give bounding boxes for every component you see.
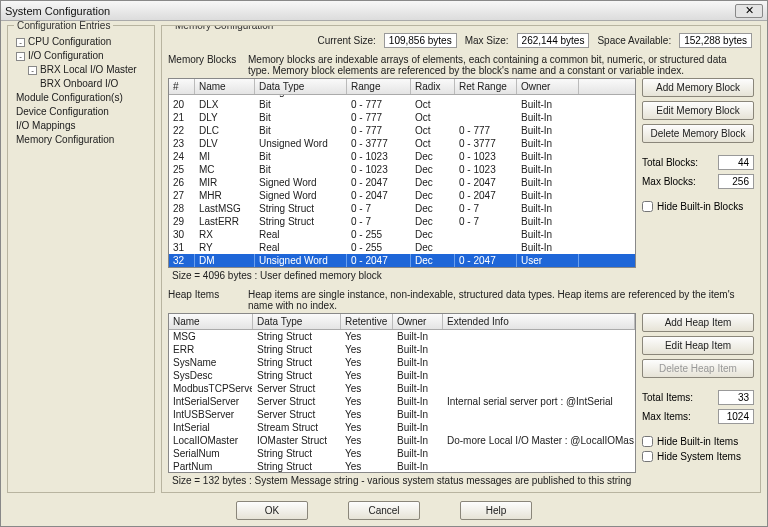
memory-block-row[interactable]: 22DLCBit0 - 777Oct0 - 777Built-In xyxy=(169,124,635,137)
tree-expander-icon[interactable]: - xyxy=(28,66,37,75)
memory-block-cell: Bit xyxy=(255,150,347,163)
tree-expander-icon[interactable]: - xyxy=(16,52,25,61)
memory-block-cell: DLV xyxy=(195,137,255,150)
memory-block-row[interactable]: 21DLYBit0 - 777OctBuilt-In xyxy=(169,111,635,124)
edit-heap-item-button[interactable]: Edit Heap Item xyxy=(642,336,754,355)
heap-item-cell: Built-In xyxy=(393,434,443,447)
heap-item-cell: IntSerialServer xyxy=(169,395,253,408)
tree-item[interactable]: BRX Onboard I/O xyxy=(10,77,152,91)
memory-block-row[interactable]: 27MHRSigned Word0 - 2047Dec0 - 2047Built… xyxy=(169,189,635,202)
heap-item-cell: Built-In xyxy=(393,460,443,472)
memory-block-cell: 0 - 7 xyxy=(455,215,517,228)
tree-expander-icon[interactable]: - xyxy=(16,38,25,47)
memory-block-cell: 0 - 777 xyxy=(347,98,411,111)
memory-block-header-cell[interactable]: Range xyxy=(347,79,411,94)
help-button[interactable]: Help xyxy=(460,501,532,520)
hide-builtin-items-checkbox[interactable]: Hide Built-in Items xyxy=(642,436,754,447)
heap-item-header-cell[interactable]: Owner xyxy=(393,314,443,329)
heap-item-header-cell[interactable]: Name xyxy=(169,314,253,329)
delete-memory-block-button[interactable]: Delete Memory Block xyxy=(642,124,754,143)
heap-item-cell: Server Struct xyxy=(253,408,341,421)
heap-item-cell: MSG xyxy=(169,330,253,343)
memory-block-cell: Dec xyxy=(411,202,455,215)
heap-item-header-cell[interactable]: Data Type xyxy=(253,314,341,329)
add-heap-item-button[interactable]: Add Heap Item xyxy=(642,313,754,332)
heap-item-row[interactable]: SysDescString StructYesBuilt-In xyxy=(169,369,635,382)
memory-block-cell: RY xyxy=(195,241,255,254)
memory-block-cell: Built-In xyxy=(517,124,579,137)
memory-blocks-table[interactable]: #NameData TypeRangeRadixRet RangeOwner 1… xyxy=(168,78,636,268)
heap-item-row[interactable]: IntSerialStream StructYesBuilt-In xyxy=(169,421,635,434)
memory-block-row[interactable]: 31RYReal0 - 255DecBuilt-In xyxy=(169,241,635,254)
memory-block-row[interactable]: 20DLXBit0 - 777OctBuilt-In xyxy=(169,98,635,111)
heap-item-row[interactable]: ModbusTCPServerServer StructYesBuilt-In xyxy=(169,382,635,395)
memory-block-cell xyxy=(455,98,517,111)
memory-block-cell: 0 - 255 xyxy=(347,228,411,241)
memory-block-cell: 22 xyxy=(169,124,195,137)
memory-block-cell: Oct xyxy=(411,137,455,150)
memory-block-cell: 27 xyxy=(169,189,195,202)
heap-item-row[interactable]: LocalIOMasterIOMaster StructYesBuilt-InD… xyxy=(169,434,635,447)
heap-item-row[interactable]: PartNumString StructYesBuilt-In xyxy=(169,460,635,472)
memory-block-row[interactable]: 23DLVUnsigned Word0 - 3777Oct0 - 3777Bui… xyxy=(169,137,635,150)
memory-block-cell: 23 xyxy=(169,137,195,150)
close-button[interactable]: ✕ xyxy=(735,4,763,18)
memory-block-row[interactable]: 32DMUnsigned Word0 - 2047Dec0 - 2047User xyxy=(169,254,635,267)
memory-block-cell: 28 xyxy=(169,202,195,215)
hide-system-items-checkbox[interactable]: Hide System Items xyxy=(642,451,754,462)
heap-item-cell xyxy=(443,343,635,356)
tree-item[interactable]: Memory Configuration xyxy=(10,133,152,147)
memory-block-row[interactable]: 29LastERRString Struct0 - 7Dec0 - 7Built… xyxy=(169,215,635,228)
memory-block-cell: 0 - 2047 xyxy=(347,189,411,202)
heap-item-row[interactable]: ERRString StructYesBuilt-In xyxy=(169,343,635,356)
heap-item-row[interactable]: IntSerialServerServer StructYesBuilt-InI… xyxy=(169,395,635,408)
memory-block-header-cell[interactable]: Name xyxy=(195,79,255,94)
memory-block-header-cell[interactable]: Ret Range xyxy=(455,79,517,94)
memory-block-row[interactable]: 30RXReal0 - 255DecBuilt-In xyxy=(169,228,635,241)
heap-item-row[interactable]: MSGString StructYesBuilt-In xyxy=(169,330,635,343)
tree-item[interactable]: I/O Mappings xyxy=(10,119,152,133)
tree-item[interactable]: -CPU Configuration xyxy=(10,35,152,49)
tree-item[interactable]: Device Configuration xyxy=(10,105,152,119)
memory-block-row[interactable]: 24MIBit0 - 1023Dec0 - 1023Built-In xyxy=(169,150,635,163)
heap-item-cell xyxy=(443,356,635,369)
memory-block-cell: String Struct xyxy=(255,215,347,228)
memory-block-header-cell[interactable]: Owner xyxy=(517,79,579,94)
heap-item-header-cell[interactable]: Retentive xyxy=(341,314,393,329)
heap-item-cell: Yes xyxy=(341,434,393,447)
heap-item-header-cell[interactable]: Extended Info xyxy=(443,314,635,329)
heap-item-row[interactable]: IntUSBServerServer StructYesBuilt-In xyxy=(169,408,635,421)
tree-item[interactable]: -I/O Configuration xyxy=(10,49,152,63)
heap-item-row[interactable]: SerialNumString StructYesBuilt-In xyxy=(169,447,635,460)
cancel-button[interactable]: Cancel xyxy=(348,501,420,520)
tree-item[interactable]: Module Configuration(s) xyxy=(10,91,152,105)
heap-item-cell: Built-In xyxy=(393,382,443,395)
memory-block-cell: 0 - 3777 xyxy=(347,137,411,150)
heap-item-cell: SysName xyxy=(169,356,253,369)
heap-item-cell: String Struct xyxy=(253,356,341,369)
memory-block-row[interactable]: 25MCBit0 - 1023Dec0 - 1023Built-In xyxy=(169,163,635,176)
memory-block-row[interactable]: 26MIRSigned Word0 - 2047Dec0 - 2047Built… xyxy=(169,176,635,189)
memory-block-header-cell[interactable]: Data Type xyxy=(255,79,347,94)
heap-item-row[interactable]: SysNameString StructYesBuilt-In xyxy=(169,356,635,369)
max-blocks-value: 256 xyxy=(718,174,754,189)
heap-items-table[interactable]: NameData TypeRetentiveOwnerExtended Info… xyxy=(168,313,636,473)
tree-item[interactable]: -BRX Local I/O Master xyxy=(10,63,152,77)
space-available-value: 152,288 bytes xyxy=(679,33,752,48)
memory-block-cell: User xyxy=(517,254,579,267)
current-size-label: Current Size: xyxy=(317,35,375,46)
memory-block-cell: 32 xyxy=(169,254,195,267)
add-memory-block-button[interactable]: Add Memory Block xyxy=(642,78,754,97)
memory-block-header-cell[interactable]: # xyxy=(169,79,195,94)
memory-block-cell: Oct xyxy=(411,124,455,137)
memory-block-header-cell[interactable]: Radix xyxy=(411,79,455,94)
memory-block-cell: Built-In xyxy=(517,111,579,124)
edit-memory-block-button[interactable]: Edit Memory Block xyxy=(642,101,754,120)
memory-block-cell: 0 - 3777 xyxy=(455,137,517,150)
heap-item-cell xyxy=(443,447,635,460)
memory-block-row[interactable]: 28LastMSGString Struct0 - 7Dec0 - 7Built… xyxy=(169,202,635,215)
config-tree[interactable]: -CPU Configuration-I/O Configuration-BRX… xyxy=(10,35,152,147)
window-title: System Configuration xyxy=(5,5,735,17)
hide-builtin-blocks-checkbox[interactable]: Hide Built-in Blocks xyxy=(642,201,754,212)
ok-button[interactable]: OK xyxy=(236,501,308,520)
